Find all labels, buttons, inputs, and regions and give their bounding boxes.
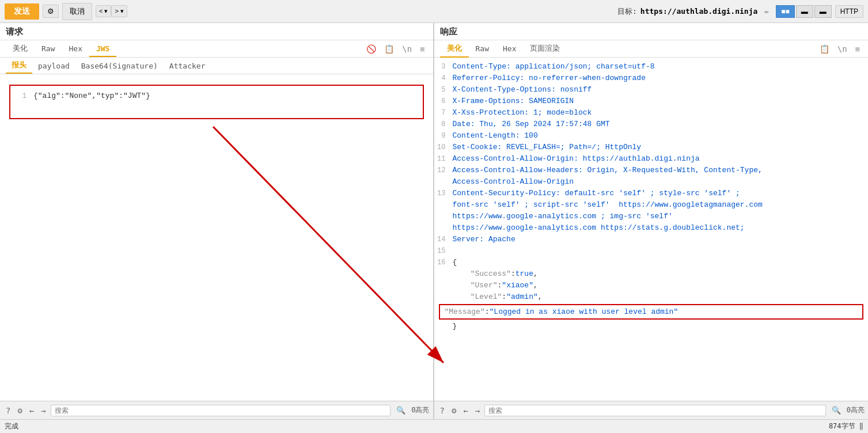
tab-response-hex[interactable]: Hex	[496, 41, 523, 57]
tab-request-jws[interactable]: JWS	[89, 41, 116, 57]
right-back-icon[interactable]: ←	[461, 405, 470, 416]
line-number: 5	[434, 84, 450, 96]
subtab-attacker[interactable]: Attacker	[164, 59, 211, 73]
resp-message-highlighted: "Message":"Logged in as xiaoe with user …	[439, 304, 864, 320]
line-content: Access-Control-Allow-Headers: Origin, X-…	[450, 165, 869, 176]
right-highlight-count: 0高亮	[847, 405, 865, 415]
req-wrap-icon[interactable]: \n	[400, 43, 414, 55]
resp-line-success: "Success":true,	[434, 268, 869, 280]
line-content: Access-Control-Allow-Origin: https://aut…	[450, 153, 869, 165]
resp-line-16: 16 {	[434, 257, 869, 268]
right-search-input[interactable]	[484, 405, 826, 416]
resp-line-4: 4 Referrer-Policy: no-referrer-when-down…	[434, 73, 869, 84]
tab-response-raw[interactable]: Raw	[469, 41, 496, 57]
line-content	[450, 245, 869, 257]
tab-response-beautify[interactable]: 美化	[440, 40, 469, 58]
req-menu-icon[interactable]: ≡	[418, 43, 427, 55]
response-code-area[interactable]: 3 Content-Type: application/json; charse…	[434, 58, 869, 401]
nav-prev-button[interactable]: < ▾	[96, 5, 111, 17]
line-content: "Success":true,	[450, 268, 869, 280]
subtab-base64[interactable]: Base64(Signature)	[75, 59, 164, 73]
line-number: 13	[434, 188, 450, 199]
line-number: 10	[434, 142, 450, 153]
resp-menu-icon[interactable]: ≡	[853, 43, 862, 55]
left-forward-icon[interactable]: →	[39, 405, 48, 416]
line-content: {"alg":"None","typ":"JWT"}	[31, 90, 418, 102]
http-button[interactable]: HTTP	[835, 5, 863, 18]
left-search-input[interactable]	[51, 405, 391, 416]
resp-line-user: "User":"xiaoe",	[434, 280, 869, 291]
req-copy-icon[interactable]: 📋	[382, 43, 396, 55]
line-number: 8	[434, 119, 450, 130]
right-forward-icon[interactable]: →	[473, 405, 482, 416]
request-sub-tabs: 报头 payload Base64(Signature) Attacker	[0, 58, 433, 74]
right-settings-icon[interactable]: ⚙	[449, 405, 458, 416]
line-content: X-Frame-Options: SAMEORIGIN	[450, 96, 869, 107]
target-label: 目标:	[617, 6, 637, 17]
tab-response-render[interactable]: 页面渲染	[523, 40, 567, 58]
status-left: 完成	[5, 421, 18, 431]
settings-icon[interactable]: ⚙	[43, 5, 59, 18]
resp-copy-icon[interactable]: 📋	[817, 43, 832, 55]
resp-line-12: 12 Access-Control-Allow-Headers: Origin,…	[434, 165, 869, 176]
status-bar: 完成 874字节 ‖	[0, 419, 868, 433]
view-right-button[interactable]: ▬	[814, 5, 832, 18]
resp-line-15: 15	[434, 245, 869, 257]
line-content: X-Content-Type-Options: nosniff	[450, 84, 869, 96]
line-number	[434, 321, 450, 332]
subtab-payload[interactable]: payload	[32, 59, 75, 73]
edit-icon[interactable]: ✏	[764, 7, 769, 16]
send-button[interactable]: 发送	[5, 3, 39, 20]
line-content: https://www.google-analytics.com ; img-s…	[450, 211, 869, 222]
resp-line-close: }	[434, 321, 869, 332]
resp-line-10: 10 Set-Cookie: REVEL_FLASH=; Path=/; Htt…	[434, 142, 869, 153]
request-code-area[interactable]: 1 {"alg":"None","typ":"JWT"}	[0, 74, 433, 401]
view-left-button[interactable]: ▬	[796, 5, 813, 18]
line-number	[434, 268, 450, 280]
resp-line-5: 5 X-Content-Type-Options: nosniff	[434, 84, 869, 96]
req-disable-icon[interactable]: 🚫	[364, 43, 378, 55]
line-number: 11	[434, 153, 450, 165]
response-header: 响应	[434, 23, 869, 40]
left-highlight-count: 0高亮	[411, 405, 429, 415]
line-number: 4	[434, 73, 450, 84]
resp-line-9: 9 Content-Length: 100	[434, 130, 869, 142]
line-number: 7	[434, 107, 450, 119]
request-title: 请求	[6, 26, 427, 40]
line-content: {	[450, 257, 869, 268]
target-url: https://authlab.digi.ninja	[640, 7, 758, 16]
line-content: Content-Type: application/json; charset=…	[450, 61, 869, 73]
status-right: 874字节 ‖	[829, 421, 863, 431]
view-split-button[interactable]: ■■	[776, 5, 795, 18]
right-help-icon[interactable]: ?	[438, 405, 447, 416]
nav-next-button[interactable]: > ▾	[111, 5, 127, 17]
line-number	[434, 291, 450, 303]
request-pane: 请求 美化 Raw Hex JWS 🚫 📋 \n ≡ 报头 payload Ba…	[0, 23, 434, 401]
line-content: Content-Length: 100	[450, 130, 869, 142]
left-search-button[interactable]: 🔍	[393, 405, 409, 416]
cancel-button[interactable]: 取消	[62, 3, 92, 20]
line-content: "User":"xiaoe",	[450, 280, 869, 291]
line-content: Date: Thu, 26 Sep 2024 17:57:48 GMT	[450, 119, 869, 130]
tab-request-raw[interactable]: Raw	[35, 41, 62, 57]
line-content: Referrer-Policy: no-referrer-when-downgr…	[450, 73, 869, 84]
line-content: X-Xss-Protection: 1; mode=block	[450, 107, 869, 119]
subtab-header[interactable]: 报头	[6, 58, 32, 74]
left-settings-icon[interactable]: ⚙	[15, 405, 24, 416]
tab-request-beautify[interactable]: 美化	[6, 40, 35, 58]
line-content: Server: Apache	[450, 234, 869, 245]
line-number	[434, 280, 450, 291]
request-tabs: 美化 Raw Hex JWS 🚫 📋 \n ≡	[0, 40, 433, 58]
left-back-icon[interactable]: ←	[27, 405, 36, 416]
left-help-icon[interactable]: ?	[3, 405, 13, 416]
request-header: 请求	[0, 23, 433, 40]
response-pane: 响应 美化 Raw Hex 页面渲染 📋 \n ≡ 3 Content-Type…	[434, 23, 869, 401]
resp-wrap-icon[interactable]: \n	[835, 43, 850, 55]
line-number	[434, 199, 450, 211]
tab-request-hex[interactable]: Hex	[62, 41, 89, 57]
request-code-box: 1 {"alg":"None","typ":"JWT"}	[9, 85, 424, 119]
toolbar: 发送 ⚙ 取消 < ▾ > ▾ 目标: https://authlab.digi…	[0, 0, 868, 23]
response-title: 响应	[440, 26, 863, 40]
right-search-button[interactable]: 🔍	[828, 405, 844, 416]
resp-line-7: 7 X-Xss-Protection: 1; mode=block	[434, 107, 869, 119]
